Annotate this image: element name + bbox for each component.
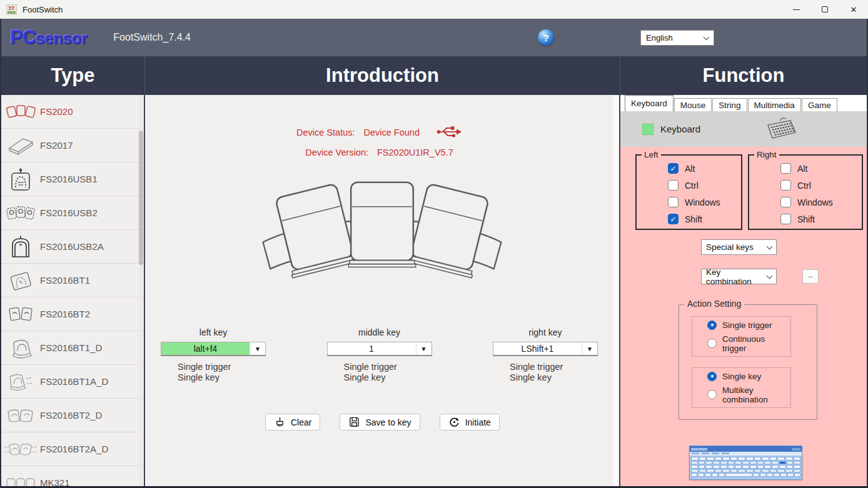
special-keys-value: Special keys: [706, 242, 754, 252]
maximize-button[interactable]: [810, 0, 839, 19]
minimize-icon: [793, 9, 800, 10]
device-version-line: Device Version: FS2020U1IR_V5.7: [145, 147, 613, 157]
checkbox-label: Ctrl: [797, 181, 811, 191]
right-key-select[interactable]: LShift+1 ▼: [493, 342, 598, 356]
sidebar-item-fs2020[interactable]: FS2020: [1, 95, 144, 129]
help-icon[interactable]: ?: [538, 29, 554, 46]
triple-pedal-icon: [1, 204, 40, 222]
checkbox-label: Alt: [797, 164, 807, 174]
radio-label: Multikey combination: [722, 386, 790, 404]
tab-mouse[interactable]: Mouse: [674, 98, 712, 111]
osk-keys: [690, 456, 802, 478]
dual-pedal-icon: [1, 306, 40, 323]
checkbox[interactable]: [668, 214, 679, 224]
wedge-pedal-icon: [1, 135, 40, 156]
clear-label: Clear: [291, 417, 311, 427]
chevron-down-icon: [767, 272, 773, 279]
sidebar-item-fs2016bt1[interactable]: FS2016BT1: [1, 264, 144, 297]
app-version-title: FootSwitch_7.4.4: [113, 32, 191, 43]
column-headers: Type Introduction Function: [1, 56, 867, 95]
special-keys-select[interactable]: Special keys: [701, 239, 777, 255]
right-ctrl-checkbox-row[interactable]: Ctrl: [780, 180, 862, 191]
sidebar-item-fs2016bt2[interactable]: FS2016BT2: [1, 297, 144, 331]
checkbox[interactable]: [668, 180, 679, 191]
action-buttons-row: Clear Save to key: [265, 414, 500, 431]
tab-string[interactable]: String: [712, 98, 747, 111]
right-shift-checkbox-row[interactable]: Shift: [780, 214, 862, 224]
sidebar-item-mk321[interactable]: MK321: [1, 466, 144, 486]
sidebar-item-fs2016bt1a_d[interactable]: FS2016BT1A_D: [1, 365, 144, 399]
left-alt-checkbox-row[interactable]: Alt: [668, 163, 741, 174]
key-mode-text: Single key: [344, 372, 432, 383]
checkbox-label: Alt: [685, 164, 695, 174]
single-pedal-icon: [1, 167, 40, 191]
middle-key-label: middle key: [327, 327, 432, 337]
pcsensor-logo: PCsensor: [10, 26, 87, 49]
language-select[interactable]: English: [640, 30, 714, 46]
sidebar-item-fs2016usb2[interactable]: FS2016USB2: [1, 196, 144, 230]
right-windows-checkbox-row[interactable]: Windows: [780, 197, 862, 207]
sidebar-item-fs2016usb2a[interactable]: FS2016USB2A: [1, 230, 144, 264]
middle-key-block: middle key 1 ▼ Single trigger Single key: [327, 327, 432, 383]
single-key-radio-row[interactable]: Single key: [707, 372, 790, 381]
checkbox[interactable]: [668, 163, 679, 174]
trigger-mode-text: Single trigger: [344, 362, 432, 372]
radio-label: Single key: [722, 372, 761, 381]
sidebar-scrollbar[interactable]: [139, 96, 143, 485]
main-content: FS2020 FS2017: [1, 95, 867, 486]
left-key-select[interactable]: lalt+f4 ▼: [161, 342, 266, 356]
tab-multimedia[interactable]: Multimedia: [748, 98, 801, 111]
right-alt-checkbox-row[interactable]: Alt: [780, 163, 862, 174]
left-modifier-group: Left Alt Ctrl: [635, 154, 742, 230]
left-ctrl-checkbox-row[interactable]: Ctrl: [668, 180, 741, 191]
checkbox[interactable]: [780, 214, 791, 224]
checkbox[interactable]: [668, 197, 679, 207]
titlebar: FootSwitch ✕: [0, 0, 868, 19]
dual-pedal-3d-icon: [1, 406, 40, 425]
single-trigger-radio-row[interactable]: Single trigger: [707, 321, 790, 330]
sidebar-item-fs2016bt1_d[interactable]: FS2016BT1_D: [1, 331, 144, 365]
minimize-button[interactable]: [782, 0, 810, 19]
middle-key-select[interactable]: 1 ▼: [327, 342, 432, 356]
device-version-value: FS2020U1IR_V5.7: [377, 147, 453, 157]
right-key-value: LShift+1: [493, 342, 582, 355]
sidebar-item-fs2016usb1[interactable]: FS2016USB1: [1, 162, 144, 196]
sidebar-item-fs2017[interactable]: FS2017: [1, 129, 144, 162]
initiate-button[interactable]: Initiate: [440, 414, 500, 431]
tilt-pedal-dash-icon: [1, 372, 40, 392]
sidebar-scrollbar-thumb[interactable]: [139, 131, 143, 265]
checkbox[interactable]: [780, 197, 791, 207]
app-header: PCsensor FootSwitch_7.4.4 ? English: [1, 19, 867, 56]
sidebar-item-fs2016bt2_d[interactable]: FS2016BT2_D: [1, 399, 144, 432]
close-button[interactable]: ✕: [839, 0, 868, 19]
multikey-combination-radio-row[interactable]: Multikey combination: [707, 386, 790, 404]
usb-icon: [436, 125, 462, 139]
osk-titlebar: [690, 446, 802, 452]
sidebar-item-fs2016bt2a_d[interactable]: FS2016BT2A_D: [1, 432, 144, 466]
device-status-label: Device Status:: [296, 127, 355, 137]
key-mode-text: Single key: [510, 372, 598, 383]
radio-button[interactable]: [707, 390, 717, 399]
save-to-key-button[interactable]: Save to key: [340, 414, 420, 431]
device-type-list: FS2020 FS2017: [1, 95, 145, 486]
key-combination-select[interactable]: Key combination: [701, 269, 777, 284]
trigger-mode-text: Single trigger: [510, 362, 598, 372]
checkbox[interactable]: [780, 163, 791, 174]
radio-button[interactable]: [707, 372, 717, 381]
tab-game[interactable]: Game: [802, 98, 837, 111]
radio-button[interactable]: [707, 339, 717, 348]
left-windows-checkbox-row[interactable]: Windows: [668, 197, 741, 207]
footswitch-trio-red-icon: [1, 104, 40, 120]
checkbox-label: Shift: [685, 214, 702, 224]
checkbox[interactable]: [780, 180, 791, 191]
tab-keyboard[interactable]: Keyboard: [625, 95, 674, 111]
clear-button[interactable]: Clear: [265, 414, 320, 431]
radio-button[interactable]: [707, 321, 717, 330]
introduction-scrollbar[interactable]: [613, 95, 619, 486]
introduction-header: Introduction: [145, 56, 620, 95]
continuous-trigger-radio-row[interactable]: Continuous trigger: [707, 334, 790, 353]
more-options-button[interactable]: ..: [802, 269, 819, 284]
sidebar-item-label: FS2016BT1_D: [40, 342, 102, 353]
left-shift-checkbox-row[interactable]: Shift: [668, 214, 741, 224]
checkbox-label: Windows: [797, 197, 833, 207]
